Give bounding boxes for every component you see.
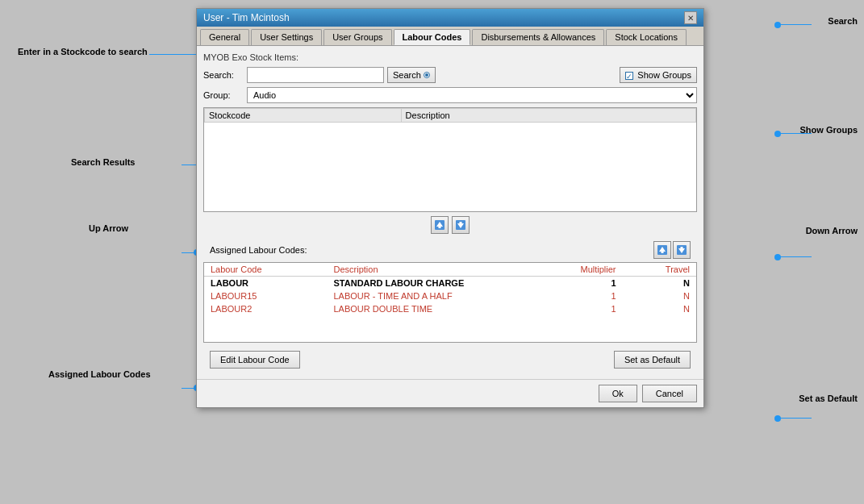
table-row: LABOUR STANDARD LABOUR CHARGE 1 N bbox=[204, 277, 696, 290]
edit-labour-code-button[interactable]: Edit Labour Code bbox=[210, 351, 300, 369]
dot-down-arrow bbox=[774, 254, 781, 260]
assigned-table: Labour Code Description Multiplier Trave… bbox=[204, 263, 696, 315]
svg-rect-2 bbox=[439, 227, 441, 228]
svg-rect-5 bbox=[460, 222, 462, 223]
bottom-buttons: Edit Labour Code Set as Default bbox=[203, 347, 697, 373]
move-up-button[interactable] bbox=[431, 216, 449, 234]
myob-section-label: MYOB Exo Stock Items: bbox=[203, 52, 697, 62]
row-code: LABOUR bbox=[204, 277, 328, 290]
dot-show-groups-right bbox=[774, 131, 781, 137]
tab-disbursements[interactable]: Disbursements & Allowances bbox=[472, 29, 604, 45]
set-default-annotation: Set as Default bbox=[799, 394, 858, 403]
search-results-annotation: Search Results bbox=[71, 157, 135, 167]
tab-user-settings[interactable]: User Settings bbox=[251, 29, 322, 45]
dot-search-right bbox=[774, 22, 781, 28]
assigned-section-label: Assigned Labour Codes: bbox=[210, 245, 307, 255]
assigned-codes-annotation: Assigned Labour Codes bbox=[48, 369, 151, 379]
enter-stockcode-annotation: Enter in a Stockcode to search bbox=[18, 47, 148, 56]
assigned-col-travel: Travel bbox=[623, 263, 697, 277]
tab-bar: General User Settings User Groups Labour… bbox=[197, 27, 703, 46]
tab-general[interactable]: General bbox=[200, 29, 249, 45]
table-row: LABOUR2 LABOUR DOUBLE TIME 1 N bbox=[204, 302, 696, 315]
search-right-annotation: Search bbox=[828, 16, 858, 26]
cancel-button[interactable]: Cancel bbox=[642, 385, 697, 402]
svg-rect-8 bbox=[662, 252, 664, 253]
group-row: Group: Audio bbox=[203, 87, 697, 103]
dialog-title: User - Tim Mcintosh bbox=[203, 12, 290, 23]
row-multiplier: 1 bbox=[549, 289, 623, 302]
up-arrow-icon bbox=[434, 219, 445, 231]
assigned-down-icon bbox=[676, 244, 687, 256]
assigned-table-container: Labour Code Description Multiplier Trave… bbox=[203, 262, 697, 343]
down-arrow-icon bbox=[455, 219, 466, 231]
row-travel: N bbox=[623, 289, 697, 302]
row-travel: N bbox=[623, 277, 697, 290]
row-code: LABOUR15 bbox=[204, 289, 328, 302]
results-table-inner: Stockcode Description bbox=[204, 108, 696, 123]
search-row: Search: Search ✓ Show Groups bbox=[203, 67, 697, 83]
row-multiplier: 1 bbox=[549, 277, 623, 290]
tab-labour-codes[interactable]: Labour Codes bbox=[394, 29, 471, 45]
group-select[interactable]: Audio bbox=[247, 87, 697, 103]
tab-user-groups[interactable]: User Groups bbox=[323, 29, 391, 45]
ok-button[interactable]: Ok bbox=[599, 385, 637, 402]
move-down-button[interactable] bbox=[452, 216, 470, 234]
col-description: Description bbox=[401, 109, 695, 123]
search-label: Search: bbox=[203, 70, 244, 80]
assigned-col-desc: Description bbox=[328, 263, 549, 277]
assigned-tbody: LABOUR STANDARD LABOUR CHARGE 1 N LABOUR… bbox=[204, 277, 696, 316]
show-groups-button-label: Show Groups bbox=[637, 70, 691, 80]
search-input[interactable] bbox=[247, 67, 384, 83]
dialog-content: MYOB Exo Stock Items: Search: Search ✓ S… bbox=[197, 46, 703, 379]
table-row: LABOUR15 LABOUR - TIME AND A HALF 1 N bbox=[204, 289, 696, 302]
show-groups-button[interactable]: ✓ Show Groups bbox=[620, 67, 697, 83]
svg-rect-11 bbox=[681, 247, 683, 248]
search-radio-indicator bbox=[424, 72, 430, 78]
assigned-col-code: Labour Code bbox=[204, 263, 328, 277]
assigned-col-multiplier: Multiplier bbox=[549, 263, 623, 277]
assigned-header: Assigned Labour Codes: bbox=[203, 238, 697, 262]
row-code: LABOUR2 bbox=[204, 302, 328, 315]
assigned-section: Assigned Labour Codes: bbox=[203, 238, 697, 343]
col-stockcode: Stockcode bbox=[205, 109, 402, 123]
assigned-up-icon bbox=[657, 244, 668, 256]
close-button[interactable]: ✕ bbox=[684, 11, 697, 24]
row-desc: LABOUR DOUBLE TIME bbox=[328, 302, 549, 315]
row-multiplier: 1 bbox=[549, 302, 623, 315]
row-desc: STANDARD LABOUR CHARGE bbox=[328, 277, 549, 290]
results-table: Stockcode Description bbox=[203, 107, 697, 212]
show-groups-checkbox: ✓ bbox=[625, 72, 633, 80]
assigned-move-down-button[interactable] bbox=[673, 241, 691, 259]
dialog-footer: Ok Cancel bbox=[197, 379, 703, 407]
assigned-arrows bbox=[653, 241, 691, 259]
main-dialog: User - Tim Mcintosh ✕ General User Setti… bbox=[196, 8, 704, 408]
row-travel: N bbox=[623, 302, 697, 315]
down-arrow-annotation: Down Arrow bbox=[806, 226, 858, 235]
arrow-buttons-area bbox=[203, 212, 697, 238]
search-button[interactable]: Search bbox=[387, 67, 436, 83]
row-desc: LABOUR - TIME AND A HALF bbox=[328, 289, 549, 302]
tab-stock-locations[interactable]: Stock Locations bbox=[606, 29, 687, 45]
search-button-label: Search bbox=[393, 70, 421, 80]
dot-set-default bbox=[774, 415, 781, 422]
dialog-titlebar: User - Tim Mcintosh ✕ bbox=[197, 9, 703, 27]
group-label: Group: bbox=[203, 90, 244, 100]
assigned-move-up-button[interactable] bbox=[653, 241, 671, 259]
set-as-default-button[interactable]: Set as Default bbox=[614, 351, 691, 369]
up-arrow-annotation: Up Arrow bbox=[89, 223, 128, 233]
